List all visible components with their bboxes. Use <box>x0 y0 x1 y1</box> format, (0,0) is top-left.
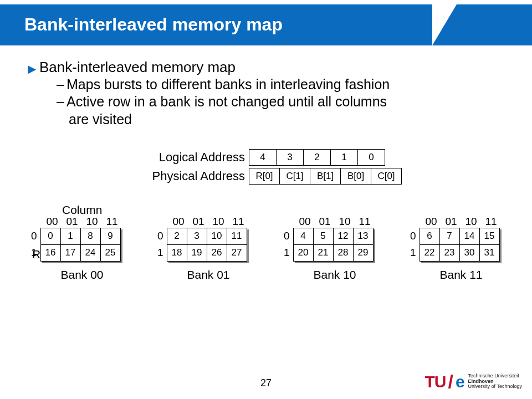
column-axis-label: Column <box>62 203 102 217</box>
bank-table: 000110110145121320212829Bank 10 <box>284 216 375 282</box>
physical-bit-cell: C[0] <box>371 168 402 185</box>
bank-cell: 21 <box>313 244 333 261</box>
triangle-icon: ▶ <box>28 59 36 75</box>
bank-cell: 9 <box>100 228 120 244</box>
bank-label: Bank 11 <box>421 268 501 282</box>
bullet-main: ▶ Bank-interleaved memory map <box>28 59 504 76</box>
sub-bullet-2-cont: are visited <box>57 111 504 128</box>
physical-bit-cell: C[1] <box>279 168 310 185</box>
bank-cell: 28 <box>333 244 353 261</box>
bank-cell: 17 <box>60 244 80 261</box>
logical-address-row: Logical Address 43210 <box>139 149 402 166</box>
bullet-text: Bank-interleaved memory map <box>39 59 236 76</box>
bank-table: 0001101101018916172425Bank 00 <box>31 216 122 282</box>
bank-cell: 22 <box>420 244 439 261</box>
bank-cell: 3 <box>187 228 207 244</box>
logical-bit-cell: 4 <box>249 149 277 166</box>
row-header: 0 <box>157 228 167 244</box>
bank-cell: 6 <box>420 228 439 244</box>
row-header: 1 <box>410 244 420 261</box>
diagram: Logical Address 43210 Physical Address R… <box>28 149 504 337</box>
title-bg: Bank-interleaved memory map <box>0 4 432 45</box>
row-header: 0 <box>31 228 40 244</box>
bank-table: 000110110167141522233031Bank 11 <box>410 216 501 282</box>
bank-cell: 8 <box>80 228 100 244</box>
bank-cell: 19 <box>187 244 207 261</box>
bank-cell: 7 <box>439 228 459 244</box>
row-header: 1 <box>157 244 167 261</box>
column-header: 00 <box>42 216 62 228</box>
bank-cell: 12 <box>333 228 353 244</box>
bank-cell: 24 <box>80 244 100 261</box>
logical-bit-cell: 2 <box>303 149 331 166</box>
logo-slash-icon: / <box>448 371 453 392</box>
bank-cell: 10 <box>207 228 227 244</box>
column-header: 10 <box>461 216 481 228</box>
bank-table: 000110110123101118192627Bank 01 <box>157 216 248 282</box>
bank-cell: 30 <box>459 244 479 261</box>
column-header: 00 <box>295 216 315 228</box>
row-header: 0 <box>284 228 293 244</box>
column-header: 10 <box>82 216 102 228</box>
sub-bullet-1: –Maps bursts to different banks in inter… <box>57 76 504 93</box>
column-header: 11 <box>102 216 122 228</box>
logo-text: Technische Universiteit Eindhoven Univer… <box>468 374 522 390</box>
column-header: 11 <box>481 216 501 228</box>
logical-bit-cell: 3 <box>276 149 304 166</box>
column-header: 11 <box>228 216 248 228</box>
physical-address-row: Physical Address R[0]C[1]B[1]B[0]C[0] <box>139 168 402 185</box>
logical-label: Logical Address <box>139 150 249 165</box>
bank-cell: 14 <box>459 228 479 244</box>
content: ▶ Bank-interleaved memory map –Maps burs… <box>0 50 532 337</box>
bank-label: Bank 00 <box>42 268 122 282</box>
physical-label: Physical Address <box>139 169 249 183</box>
title-bar: Bank-interleaved memory map <box>0 0 532 50</box>
logical-bit-cell: 1 <box>330 149 358 166</box>
column-header: 10 <box>335 216 355 228</box>
bank-cell: 5 <box>313 228 333 244</box>
bank-cell: 26 <box>207 244 227 261</box>
logical-bit-cell: 0 <box>357 149 385 166</box>
slide-title: Bank-interleaved memory map <box>0 4 432 35</box>
bank-cell: 0 <box>40 228 60 244</box>
bank-cell: 23 <box>439 244 459 261</box>
column-header: 01 <box>441 216 461 228</box>
bank-label: Bank 01 <box>168 268 248 282</box>
bank-cell: 13 <box>353 228 373 244</box>
bank-cell: 11 <box>227 228 247 244</box>
university-logo: TU/e Technische Universiteit Eindhoven U… <box>424 371 522 392</box>
title-wedge <box>432 4 457 45</box>
logo-tu: TU <box>424 372 446 391</box>
bank-cell: 15 <box>479 228 499 244</box>
column-header: 01 <box>188 216 208 228</box>
column-header: 00 <box>421 216 441 228</box>
sub-bullet-2: –Active row in a bank is not changed unt… <box>57 93 504 110</box>
banks-area: 0001101101018916172425Bank 0000011011012… <box>31 216 501 282</box>
column-header: 10 <box>208 216 228 228</box>
column-header: 11 <box>355 216 375 228</box>
physical-bit-cell: R[0] <box>249 168 280 185</box>
physical-bit-cell: B[1] <box>310 168 341 185</box>
row-header: 1 <box>284 244 293 261</box>
column-header: 00 <box>168 216 188 228</box>
bank-cell: 25 <box>100 244 120 261</box>
address-block: Logical Address 43210 Physical Address R… <box>139 149 402 187</box>
column-header: 01 <box>315 216 335 228</box>
column-header: 01 <box>62 216 82 228</box>
logo-e: e <box>456 372 465 391</box>
row-header: 0 <box>410 228 420 244</box>
row-header: 1 <box>31 244 40 261</box>
bank-cell: 16 <box>40 244 60 261</box>
bank-label: Bank 10 <box>295 268 375 282</box>
bank-cell: 18 <box>167 244 187 261</box>
bank-cell: 2 <box>167 228 187 244</box>
bank-cell: 1 <box>60 228 80 244</box>
bank-cell: 4 <box>293 228 313 244</box>
bank-cell: 27 <box>227 244 247 261</box>
bank-cell: 29 <box>353 244 373 261</box>
bank-cell: 31 <box>479 244 499 261</box>
physical-bit-cell: B[0] <box>340 168 371 185</box>
bank-cell: 20 <box>293 244 313 261</box>
